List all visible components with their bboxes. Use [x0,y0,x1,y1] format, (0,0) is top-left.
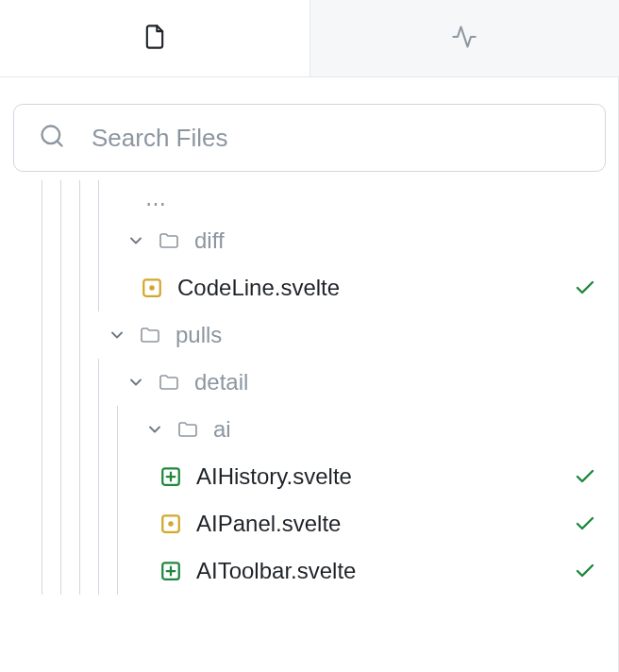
folder-label: ai [213,416,231,443]
search-container [0,77,619,191]
tab-activity[interactable] [310,0,620,76]
file-tree: ⋯ diff [0,191,619,595]
tree-continuation: ⋯ [0,191,619,217]
tab-bar [0,0,619,77]
folder-pulls[interactable]: pulls [0,311,619,359]
file-item-aipanel[interactable]: AIPanel.svelte [0,500,619,547]
modified-icon [159,512,183,536]
check-icon [574,465,596,488]
folder-diff[interactable]: diff [0,217,619,264]
check-icon [574,560,596,582]
ellipsis-icon: ⋯ [145,192,167,216]
folder-label: pulls [176,322,222,348]
chevron-down-icon[interactable] [106,324,128,346]
chevron-down-icon[interactable] [125,229,147,252]
svg-line-1 [57,141,61,145]
folder-open-icon [176,417,200,442]
check-icon [574,512,596,535]
folder-ai[interactable]: ai [0,406,619,453]
file-name: CodeLine.svelte [177,275,340,301]
chevron-down-icon[interactable] [125,371,147,394]
chevron-down-icon[interactable] [143,418,166,441]
folder-label: diff [194,227,225,254]
check-icon [574,277,596,299]
modified-icon [140,276,164,300]
svg-point-8 [168,521,174,527]
search-icon [39,123,65,153]
folder-open-icon [138,323,162,347]
added-icon [159,464,183,489]
folder-open-icon [157,370,181,395]
file-name: AIHistory.svelte [196,463,352,490]
file-item-aitoolbar[interactable]: AIToolbar.svelte [0,547,619,595]
file-item-codeline[interactable]: CodeLine.svelte [0,264,619,311]
search-input[interactable] [92,124,580,153]
added-icon [159,559,183,583]
activity-icon [451,24,477,54]
search-box[interactable] [13,104,606,172]
folder-open-icon [157,228,181,253]
folder-label: detail [194,369,248,395]
file-name: AIToolbar.svelte [196,558,356,584]
file-name: AIPanel.svelte [196,511,341,537]
file-item-aihistory[interactable]: AIHistory.svelte [0,453,619,500]
file-icon [142,24,168,54]
tab-files[interactable] [0,0,310,76]
folder-detail[interactable]: detail [0,359,619,406]
svg-point-3 [149,285,155,291]
